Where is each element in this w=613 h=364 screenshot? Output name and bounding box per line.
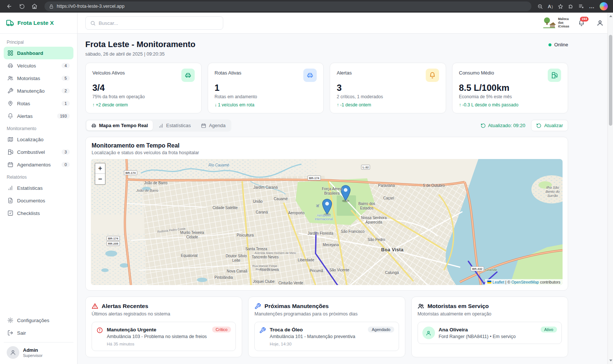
sidebar-item-location[interactable]: Localização	[4, 133, 73, 146]
driver-item[interactable]: Ana Oliveira Ativo Ford Ranger (NBA8411)…	[418, 322, 562, 344]
wrench-icon	[259, 327, 266, 334]
tab-agenda[interactable]: Agenda	[196, 120, 230, 130]
sidebar-item-drivers[interactable]: Motoristas 5	[4, 72, 73, 85]
car-icon	[7, 63, 13, 69]
stat-trend: ↑ +2 desde ontem	[92, 102, 195, 107]
leaflet-link[interactable]: Leaflet	[492, 280, 504, 284]
page-scrollbar[interactable]	[607, 13, 613, 364]
app-logo: Frota Leste X	[0, 13, 77, 34]
sidebar-item-checklists[interactable]: Checklists	[4, 207, 73, 219]
stat-cards: Veículos Ativos 3/4 75% da frota em oper…	[85, 63, 568, 113]
zoom-icon[interactable]	[537, 4, 543, 9]
search-input[interactable]	[99, 20, 218, 26]
panel-subtitle: Motoristas atualmente em operação	[418, 311, 562, 317]
notifications-button[interactable]: 193	[575, 17, 588, 29]
brand-tree-icon	[542, 17, 556, 29]
sidebar-badge: 1	[62, 101, 70, 106]
bell-icon	[7, 113, 13, 119]
brand-line: iCoisas	[558, 25, 569, 29]
scroll-down-arrow[interactable]	[608, 358, 613, 363]
back-button[interactable]	[4, 1, 15, 11]
car-icon	[91, 123, 96, 128]
tab-statistics[interactable]: Estatísticas	[154, 120, 195, 130]
scroll-up-arrow[interactable]	[608, 13, 613, 19]
tab-label: Agenda	[209, 123, 225, 128]
sidebar-badge: 4	[62, 63, 70, 68]
refresh-label: Atualizar	[544, 123, 563, 128]
user-icon	[597, 20, 603, 26]
sidebar-item-label: Combustível	[17, 149, 45, 155]
users-icon	[7, 75, 13, 81]
more-options-icon[interactable]	[589, 3, 595, 10]
updated-text: Atualizado: 09:20	[488, 123, 525, 128]
maintenance-item[interactable]: Troca de Óleo Agendado Ambulância 101 - …	[254, 322, 399, 351]
tab-realtime-map[interactable]: Mapa em Tempo Real	[86, 120, 153, 130]
driver-avatar	[422, 327, 435, 339]
sidebar-item-logout[interactable]: Sair	[4, 327, 73, 339]
sidebar-item-settings[interactable]: Configurações	[4, 314, 73, 327]
read-aloud-icon[interactable]	[548, 3, 553, 10]
refresh-data-button[interactable]: Atualizar	[531, 120, 568, 131]
search-box[interactable]	[85, 16, 223, 30]
favorite-star-icon[interactable]	[558, 4, 563, 9]
sidebar-item-statistics[interactable]: Estatísticas	[4, 182, 73, 194]
sidebar-item-label: Veículos	[17, 63, 36, 69]
home-button[interactable]	[29, 1, 40, 11]
sidebar-item-alerts[interactable]: Alertas 193	[4, 110, 73, 122]
sidebar-item-vehicles[interactable]: Veículos 4	[4, 59, 73, 72]
favorites-bar-icon[interactable]	[579, 4, 584, 9]
car-icon	[303, 69, 317, 82]
copilot-icon[interactable]	[600, 2, 608, 10]
sidebar-item-dashboard[interactable]: Dashboard	[4, 47, 73, 59]
map-attribution: Leaflet | © OpenStreetMap contributors	[485, 279, 563, 285]
nav-section-label: Monitoramento	[7, 126, 70, 131]
alert-triangle-icon	[92, 303, 98, 310]
page-content: Frota Leste - Monitoramento sábado, 26 d…	[78, 34, 613, 364]
stat-sub: Rotas em andamento	[215, 94, 317, 99]
zoom-in-button[interactable]: +	[95, 163, 105, 174]
extensions-icon[interactable]	[568, 4, 574, 9]
user-menu[interactable]: Admin Supervisor	[4, 342, 73, 360]
map-card: Monitoramento em Tempo Real Localização …	[85, 137, 568, 291]
map-icon	[7, 136, 13, 142]
stat-value: 8.5 L/100km	[459, 83, 561, 93]
site-info-lock-icon[interactable]	[49, 4, 54, 9]
file-text-icon	[7, 198, 13, 203]
zoom-out-button[interactable]: −	[95, 174, 105, 184]
profile-button[interactable]	[594, 17, 606, 29]
openstreetmap-link[interactable]: OpenStreetMap	[511, 280, 539, 284]
stat-trend: ↑ -1 desde ontem	[337, 102, 439, 107]
calendar-icon	[7, 162, 13, 168]
alert-item[interactable]: Manutenção Urgente Crítico Ambulância 10…	[92, 322, 236, 351]
map-canvas[interactable]: João de Barro João de Barro Jardim Caran…	[91, 159, 563, 285]
panel-subtitle: Últimos alertas registrados no sistema	[92, 311, 236, 317]
driver-vehicle: Ford Ranger (NBA8411) • Em serviço	[439, 334, 557, 339]
map-zoom-control: + −	[95, 163, 106, 185]
upcoming-maintenance-panel: Próximas Manutenções Manutenções program…	[248, 297, 405, 357]
scrollbar-thumb[interactable]	[609, 35, 612, 126]
sidebar-item-label: Alertas	[17, 113, 33, 119]
sidebar-item-label: Checklists	[17, 211, 40, 216]
browser-chrome: https://v0-frota-leste-3.vercel.app	[0, 0, 613, 13]
sidebar-item-routes[interactable]: Rotas 1	[4, 97, 73, 110]
nav-section-label: Relatórios	[7, 175, 70, 180]
sidebar-item-maintenance[interactable]: Manutenção 2	[4, 85, 73, 97]
wrench-icon	[7, 88, 13, 94]
online-status: Online	[548, 42, 568, 47]
sidebar-item-label: Localização	[17, 137, 43, 142]
sidebar: Frota Leste X Principal Dashboard Veícul…	[0, 13, 78, 364]
panel-subtitle: Manutenções programadas para os próximos…	[254, 311, 399, 317]
sidebar-item-label: Rotas	[17, 101, 30, 106]
sidebar-item-fuel[interactable]: Combustível 3	[4, 146, 73, 158]
main-area: Maloca das iCoisas 193 Frota L	[78, 13, 613, 364]
panel-title: Motoristas em Serviço	[428, 303, 489, 310]
sidebar-item-label: Documentos	[17, 198, 45, 203]
map-tiles	[91, 159, 563, 285]
sidebar-item-documents[interactable]: Documentos	[4, 194, 73, 207]
sidebar-item-schedules[interactable]: Agendamentos 0	[4, 158, 73, 171]
drivers-on-duty-panel: Motoristas em Serviço Motoristas atualme…	[411, 297, 568, 357]
page-header: Frota Leste - Monitoramento sábado, 26 d…	[85, 40, 568, 57]
bar-chart-icon	[158, 123, 164, 128]
refresh-button[interactable]	[16, 1, 27, 11]
url-bar[interactable]: https://v0-frota-leste-3.vercel.app	[45, 1, 531, 11]
